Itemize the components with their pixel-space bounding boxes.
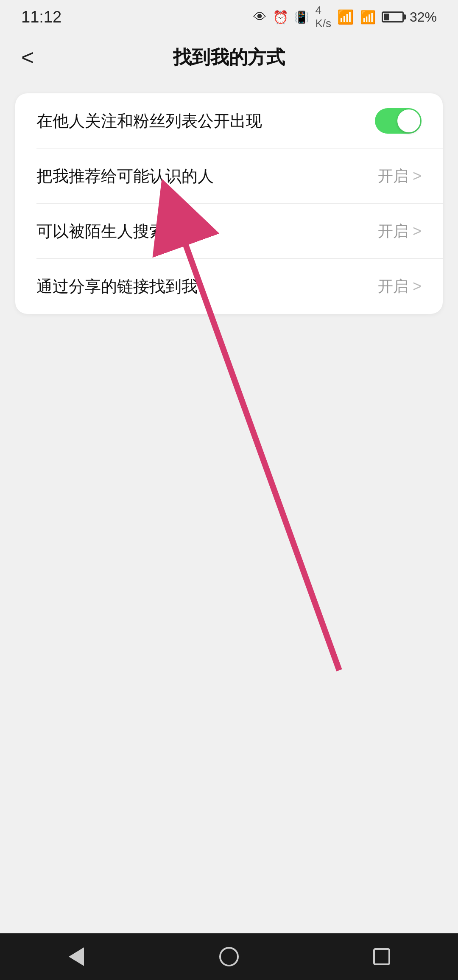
alarm-icon: ⏰ [273,10,288,25]
settings-row-stranger-search[interactable]: 可以被陌生人搜索到 开启 > [15,204,443,259]
battery-percent: 32% [410,9,437,25]
status-time: 11:12 [21,8,61,26]
share-link-chevron: > [413,277,422,295]
battery-icon [382,11,404,22]
share-link-status: 开启 [378,276,408,297]
settings-row-share-link[interactable]: 通过分享的链接找到我 开启 > [15,259,443,314]
toggle-container [375,108,422,134]
eye-icon: 👁 [253,9,267,25]
settings-row-public-follow[interactable]: 在他人关注和粉丝列表公开出现 [15,93,443,148]
stranger-search-chevron: > [413,222,422,240]
back-button[interactable]: < [21,45,34,70]
stranger-search-status: 开启 [378,221,408,242]
wifi-icon: 📶 [337,9,354,25]
recommend-people-chevron: > [413,167,422,185]
settings-card: 在他人关注和粉丝列表公开出现 把我推荐给可能认识的人 开启 > 可以被陌生人搜索… [15,93,443,314]
settings-row-recommend-people[interactable]: 把我推荐给可能认识的人 开启 > [15,148,443,204]
home-nav-button[interactable] [212,940,246,974]
share-link-right: 开启 > [378,276,422,297]
recent-nav-icon [373,948,390,965]
public-follow-label: 在他人关注和粉丝列表公开出现 [36,110,262,132]
nav-bar: < 找到我的方式 [0,34,458,81]
bottom-bar [0,933,458,980]
network-speed-icon: 4K/s [315,4,331,30]
vibrate-icon: 📳 [294,10,309,24]
recommend-people-right: 开启 > [378,166,422,187]
back-nav-button[interactable] [59,940,93,974]
status-icons: 👁 ⏰ 📳 4K/s 📶 📶 32% [253,4,437,30]
share-link-label: 通过分享的链接找到我 [36,276,198,297]
recommend-people-label: 把我推荐给可能认识的人 [36,165,214,187]
stranger-search-right: 开启 > [378,221,422,242]
back-nav-icon [69,947,84,966]
recommend-people-status: 开启 [378,166,408,187]
home-nav-icon [219,947,239,966]
page-title: 找到我的方式 [173,45,285,70]
signal-icon: 📶 [360,10,376,25]
stranger-search-label: 可以被陌生人搜索到 [36,221,182,242]
public-follow-toggle[interactable] [375,108,422,134]
status-bar: 11:12 👁 ⏰ 📳 4K/s 📶 📶 32% [0,0,458,34]
toggle-knob [397,109,420,132]
recent-nav-button[interactable] [365,940,399,974]
